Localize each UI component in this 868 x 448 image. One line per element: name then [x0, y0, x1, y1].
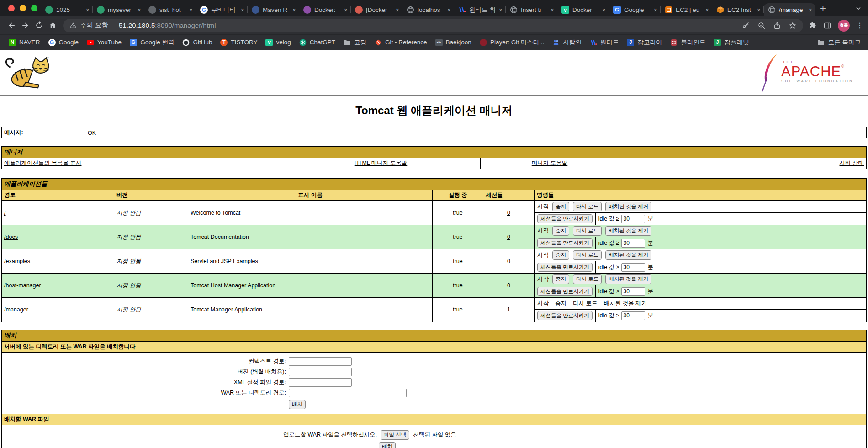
browser-tab[interactable]: GGoogle×: [609, 3, 661, 16]
stop-button[interactable]: 중지: [552, 226, 569, 236]
zoom-window-button[interactable]: [31, 5, 37, 11]
browser-tab[interactable]: EC2 | eu×: [661, 3, 712, 16]
tab-close-icon[interactable]: ×: [241, 6, 244, 14]
zoom-out-icon[interactable]: [757, 21, 766, 30]
manager-link[interactable]: HTML 매니저 도움말: [355, 160, 408, 166]
close-window-button[interactable]: [8, 5, 15, 11]
tab-close-icon[interactable]: ×: [292, 6, 296, 14]
manager-link[interactable]: 서버 상태: [840, 160, 864, 166]
stop-button[interactable]: 중지: [552, 202, 569, 211]
war-upload-deploy-button[interactable]: 배치: [379, 442, 396, 448]
bookmark-item[interactable]: 블라인드: [666, 38, 709, 47]
browser-tab[interactable]: 원티드 취×: [454, 3, 506, 16]
stop-button[interactable]: 중지: [552, 274, 569, 284]
undeploy-button[interactable]: 배치된 것을 제거: [605, 202, 651, 211]
tab-close-icon[interactable]: ×: [809, 6, 812, 14]
tab-close-icon[interactable]: ×: [550, 6, 554, 14]
minimize-window-button[interactable]: [20, 5, 26, 11]
expire-sessions-button[interactable]: 세션들을 만료시키기: [537, 311, 593, 321]
bookmark-item[interactable]: NNAVER: [5, 39, 44, 46]
deploy-field-input[interactable]: [289, 389, 407, 397]
deploy-field-input[interactable]: [289, 368, 352, 376]
tab-close-icon[interactable]: ×: [344, 6, 348, 14]
address-bar[interactable]: 주의 요함 51.20.180.5 :8090/manager/html: [63, 19, 803, 32]
expire-sessions-button[interactable]: 세션들을 만료시키기: [537, 263, 593, 272]
expire-sessions-button[interactable]: 세션들을 만료시키기: [537, 287, 593, 296]
tab-close-icon[interactable]: ×: [757, 6, 761, 14]
idle-input[interactable]: [621, 287, 645, 296]
bookmark-star-icon[interactable]: [789, 21, 797, 30]
tab-close-icon[interactable]: ×: [602, 6, 606, 14]
bookmark-item[interactable]: TTISTORY: [216, 39, 261, 46]
all-bookmarks[interactable]: 모든 북마크: [810, 38, 863, 47]
sessions-link[interactable]: 0: [507, 210, 510, 216]
bookmark-item[interactable]: J잡코리아: [623, 38, 666, 47]
undeploy-button[interactable]: 배치된 것을 제거: [605, 250, 651, 260]
back-button[interactable]: [5, 19, 18, 32]
deploy-field-input[interactable]: [289, 378, 352, 387]
manager-link[interactable]: 애플리케이션들의 목록을 표시: [4, 160, 81, 166]
bookmark-item[interactable]: 코딩: [339, 38, 370, 47]
app-path-link[interactable]: /: [4, 210, 5, 216]
security-status-label[interactable]: 주의 요함: [80, 21, 108, 30]
tab-close-icon[interactable]: ×: [705, 6, 709, 14]
reload-button[interactable]: 다시 로드: [573, 226, 602, 236]
new-tab-button[interactable]: +: [820, 3, 826, 15]
side-panel-icon[interactable]: [823, 21, 831, 30]
app-path-link[interactable]: /examples: [4, 258, 30, 264]
browser-tab[interactable]: mysever×: [93, 3, 144, 16]
reload-button[interactable]: 다시 로드: [573, 274, 602, 284]
bookmark-item[interactable]: YouTube: [83, 39, 126, 46]
reload-button[interactable]: [32, 19, 46, 32]
bookmark-item[interactable]: J잡플래닛: [709, 38, 753, 47]
tab-close-icon[interactable]: ×: [189, 6, 193, 14]
stop-button[interactable]: 중지: [552, 250, 569, 260]
idle-input[interactable]: [621, 215, 645, 223]
browser-tab[interactable]: sist_hot×: [144, 3, 196, 16]
browser-tab[interactable]: /manage×: [764, 3, 815, 16]
bookmark-item[interactable]: </>Baekjoon: [431, 39, 476, 46]
idle-input[interactable]: [621, 311, 645, 320]
profile-avatar[interactable]: 형준: [838, 20, 850, 32]
browser-tab[interactable]: Insert ti×: [506, 3, 557, 16]
app-path-link[interactable]: /manager: [4, 306, 28, 313]
tab-close-icon[interactable]: ×: [86, 6, 90, 14]
sessions-link[interactable]: 0: [507, 258, 510, 264]
expire-sessions-button[interactable]: 세션들을 만료시키기: [537, 214, 593, 224]
reload-button[interactable]: 다시 로드: [573, 250, 602, 260]
browser-tab[interactable]: Docker:×: [299, 3, 351, 16]
browser-tab[interactable]: G쿠바나티×: [196, 3, 248, 16]
sessions-link[interactable]: 0: [507, 282, 510, 289]
app-path-link[interactable]: /host-manager: [4, 282, 41, 289]
tab-close-icon[interactable]: ×: [396, 6, 399, 14]
browser-tab[interactable]: EC2 Inst×: [712, 3, 764, 16]
browser-tab[interactable]: vDocker×: [557, 3, 609, 16]
browser-tab[interactable]: [Docker×: [351, 3, 402, 16]
file-select-button[interactable]: 파일 선택: [381, 430, 409, 440]
tab-close-icon[interactable]: ×: [138, 6, 141, 14]
sessions-link[interactable]: 1: [507, 306, 510, 313]
home-button[interactable]: [46, 19, 59, 32]
reload-button[interactable]: 다시 로드: [573, 202, 602, 211]
app-path-link[interactable]: /docs: [4, 234, 18, 240]
manager-link[interactable]: 매니저 도움말: [532, 160, 567, 166]
browser-menu-icon[interactable]: ⋮: [856, 21, 863, 30]
share-icon[interactable]: [773, 21, 781, 30]
bookmark-item[interactable]: 사람인: [548, 38, 586, 47]
undeploy-button[interactable]: 배치된 것을 제거: [605, 274, 651, 284]
bookmark-item[interactable]: GGoogle: [44, 39, 83, 46]
bookmark-item[interactable]: GGoogle 번역: [126, 38, 178, 47]
bookmark-item[interactable]: 원티드: [586, 38, 623, 47]
idle-input[interactable]: [621, 263, 645, 272]
sessions-link[interactable]: 0: [507, 234, 510, 240]
browser-tab[interactable]: Maven R×: [248, 3, 299, 16]
bookmark-item[interactable]: ChatGPT: [295, 39, 339, 46]
bookmark-item[interactable]: GitHub: [178, 39, 216, 46]
tab-close-icon[interactable]: ×: [499, 6, 503, 14]
idle-input[interactable]: [621, 239, 645, 248]
deploy-button[interactable]: 배치: [289, 400, 306, 409]
deploy-field-input[interactable]: [289, 357, 352, 366]
tab-close-icon[interactable]: ×: [447, 6, 451, 14]
browser-tab[interactable]: 1025×: [41, 3, 93, 16]
bookmark-item[interactable]: Git - Reference: [370, 39, 431, 46]
